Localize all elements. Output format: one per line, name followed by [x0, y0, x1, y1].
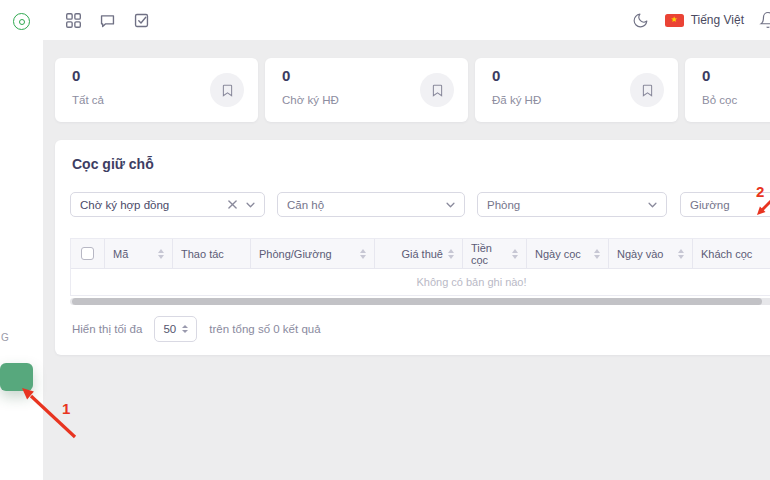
vietnam-flag-icon: ★	[665, 14, 684, 27]
language-label: Tiếng Việt	[691, 13, 744, 27]
filter-room[interactable]: Phòng	[477, 192, 667, 217]
filter-apartment[interactable]: Căn hộ	[277, 192, 465, 217]
chevron-down-icon	[648, 202, 657, 208]
column-header-ngay-vao[interactable]: Ngày vào	[609, 239, 693, 268]
stat-label: Đã ký HĐ	[492, 94, 541, 106]
sort-icon[interactable]	[678, 249, 684, 259]
column-header-ngay-coc[interactable]: Ngày cọc	[527, 239, 609, 268]
sort-icon[interactable]	[594, 249, 600, 259]
horizontal-scrollbar-thumb[interactable]	[72, 298, 762, 305]
column-header-tien-coc[interactable]: Tiền cọc	[463, 239, 527, 268]
dark-mode-moon-icon[interactable]	[629, 8, 653, 32]
filter-placeholder: Phòng	[487, 199, 648, 211]
main-content: 0 Tất cả 0 Chờ ký HĐ 0 Đã ký HĐ 0 Bỏ cọc	[43, 40, 770, 480]
pagination-suffix-label: trên tổng số 0 kết quả	[209, 323, 320, 335]
column-label: Ngày vào	[617, 248, 663, 260]
filter-bed[interactable]: Giường	[680, 192, 770, 217]
sort-icon[interactable]	[158, 249, 164, 259]
sort-icon[interactable]	[448, 249, 454, 259]
column-header-gia-thue[interactable]: Giá thuê	[375, 239, 463, 268]
column-header-khach-coc: Khách cọc	[693, 239, 770, 268]
logo-dot	[19, 19, 25, 25]
filter-value: Chờ ký hợp đồng	[80, 199, 228, 211]
select-all-cell	[71, 239, 105, 268]
sidebar-action-button[interactable]	[0, 363, 33, 391]
table-header-row: Mã Thao tác Phòng/Giường Giá thuê	[71, 239, 770, 269]
app-logo-target-icon[interactable]	[13, 13, 30, 30]
pagination-bar: Hiển thị tối đa 50 trên tổng số 0 kết qu…	[72, 316, 321, 342]
topbar-right: ★ Tiếng Việt	[629, 0, 770, 40]
bookmark-icon[interactable]	[420, 73, 454, 107]
column-label: Ngày cọc	[535, 248, 581, 260]
deposit-panel: Cọc giữ chỗ Chờ ký hợp đồng Căn hộ Phòng…	[55, 140, 770, 355]
column-label: Khách cọc	[701, 248, 752, 260]
notification-bell-icon[interactable]	[758, 0, 770, 40]
stat-card-cancelled[interactable]: 0 Bỏ cọc	[685, 58, 770, 122]
chevron-down-icon	[446, 202, 455, 208]
stat-card-all[interactable]: 0 Tất cả	[55, 58, 258, 122]
column-label: Phòng/Giường	[259, 248, 332, 260]
filter-placeholder: Giường	[690, 199, 770, 211]
filter-contract-status[interactable]: Chờ ký hợp đồng	[70, 192, 265, 217]
stat-label: Bỏ cọc	[702, 94, 737, 106]
bookmark-icon[interactable]	[630, 73, 664, 107]
topbar-left-icons	[61, 0, 153, 40]
column-header-phong-giuong[interactable]: Phòng/Giường	[251, 239, 375, 268]
stat-card-signed[interactable]: 0 Đã ký HĐ	[475, 58, 678, 122]
topbar: ★ Tiếng Việt	[43, 0, 770, 40]
chat-icon[interactable]	[95, 8, 119, 32]
chevron-down-icon	[246, 202, 255, 208]
sort-icon[interactable]	[360, 249, 366, 259]
table-empty-state: Không có bản ghi nào!	[71, 269, 770, 296]
apps-grid-icon[interactable]	[61, 8, 85, 32]
stat-value: 0	[72, 67, 80, 84]
app-window: G ★ Tiếng Việt	[0, 0, 770, 480]
stat-label: Chờ ký HĐ	[282, 94, 339, 106]
stat-label: Tất cả	[72, 94, 104, 106]
stat-value: 0	[702, 67, 710, 84]
clear-icon[interactable]	[228, 200, 237, 209]
stat-value: 0	[282, 67, 290, 84]
sidebar: G	[0, 0, 43, 480]
bookmark-icon[interactable]	[210, 73, 244, 107]
sidebar-partial-label: G	[1, 332, 9, 343]
horizontal-scrollbar-track	[70, 298, 770, 305]
page-size-select[interactable]: 50	[154, 316, 197, 342]
tasks-check-square-icon[interactable]	[129, 8, 153, 32]
pagination-prefix-label: Hiển thị tối đa	[72, 323, 142, 335]
column-label: Mã	[113, 248, 128, 260]
filter-placeholder: Căn hộ	[287, 199, 446, 211]
column-label: Tiền cọc	[471, 242, 507, 266]
language-selector[interactable]: ★ Tiếng Việt	[665, 13, 744, 27]
panel-title: Cọc giữ chỗ	[72, 156, 154, 172]
deposits-table: Mã Thao tác Phòng/Giường Giá thuê	[70, 238, 770, 296]
page-size-value: 50	[163, 323, 176, 335]
column-label: Giá thuê	[401, 248, 443, 260]
column-header-ma[interactable]: Mã	[105, 239, 173, 268]
stepper-icon	[182, 325, 188, 333]
stat-value: 0	[492, 67, 500, 84]
stat-card-pending-sign[interactable]: 0 Chờ ký HĐ	[265, 58, 468, 122]
select-all-checkbox[interactable]	[81, 247, 94, 260]
sort-icon[interactable]	[512, 249, 518, 259]
column-header-thao-tac: Thao tác	[173, 239, 251, 268]
column-label: Thao tác	[181, 248, 224, 260]
